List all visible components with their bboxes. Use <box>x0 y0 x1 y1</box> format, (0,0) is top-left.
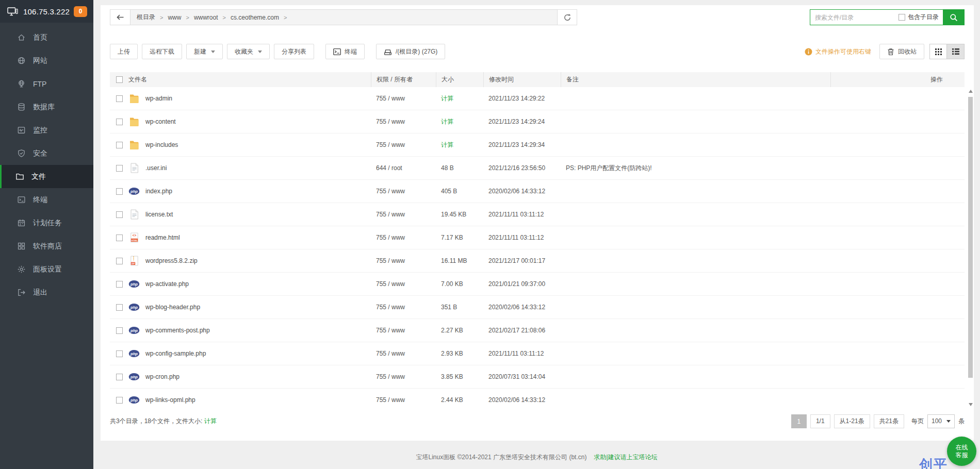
column-header-size[interactable]: 大小 <box>436 72 483 87</box>
file-name[interactable]: wp-activate.php <box>145 280 189 288</box>
file-name[interactable]: .user.ini <box>145 164 167 172</box>
breadcrumb-item[interactable]: wwwroot <box>194 14 218 21</box>
sidebar-item-退出[interactable]: 退出 <box>0 281 93 304</box>
remote-download-button[interactable]: 远程下载 <box>142 44 182 59</box>
file-name[interactable]: wp-links-opml.php <box>145 396 195 404</box>
search-input[interactable] <box>810 14 899 21</box>
search-button[interactable] <box>943 9 965 25</box>
row-checkbox[interactable] <box>116 374 123 380</box>
file-size-calc-link[interactable]: 计算 <box>436 118 483 126</box>
breadcrumb-item[interactable]: www <box>168 14 181 21</box>
breadcrumb-item[interactable]: cs.ceotheme.com <box>231 14 279 21</box>
scroll-up-arrow[interactable] <box>969 90 973 93</box>
sidebar-item-安全[interactable]: 安全 <box>0 142 93 165</box>
row-checkbox[interactable] <box>116 234 123 241</box>
row-checkbox[interactable] <box>116 350 123 357</box>
row-checkbox[interactable] <box>116 95 123 102</box>
table-row[interactable]: .user.ini 644 / root 48 B 2021/12/16 23:… <box>110 157 965 180</box>
sidebar-item-软件商店[interactable]: 软件商店 <box>0 234 93 258</box>
row-checkbox[interactable] <box>116 281 123 288</box>
row-checkbox[interactable] <box>116 211 123 218</box>
chevron-down-icon <box>211 51 215 53</box>
scroll-down-arrow[interactable] <box>969 403 973 406</box>
select-all-checkbox[interactable] <box>116 76 123 83</box>
list-view-button[interactable] <box>947 44 965 59</box>
upload-button[interactable]: 上传 <box>110 44 138 59</box>
message-badge[interactable]: 0 <box>74 6 87 17</box>
table-row[interactable]: php wp-links-opml.php 755 / www 2.44 KB … <box>110 389 965 407</box>
sidebar-item-网站[interactable]: 网站 <box>0 49 93 72</box>
refresh-button[interactable] <box>558 9 577 25</box>
row-checkbox[interactable] <box>116 119 123 125</box>
file-name[interactable]: license.txt <box>145 211 173 218</box>
forum-link[interactable]: 求助|建议请上宝塔论坛 <box>594 454 657 461</box>
sidebar-item-终端[interactable]: 终端 <box>0 188 93 211</box>
sidebar-item-首页[interactable]: 首页 <box>0 26 93 49</box>
table-row[interactable]: <>HTML readme.html 755 / www 7.17 KB 202… <box>110 226 965 249</box>
table-row[interactable]: ZIP wordpress5.8.2.zip 755 / www 16.11 M… <box>110 249 965 273</box>
row-checkbox[interactable] <box>116 327 123 334</box>
file-name[interactable]: wp-config-sample.php <box>145 350 206 357</box>
page-current[interactable]: 1 <box>791 414 807 428</box>
column-header-name[interactable]: 文件名 <box>128 75 371 84</box>
scrollbar-thumb[interactable] <box>968 97 973 378</box>
file-name[interactable]: wp-blog-header.php <box>145 304 200 311</box>
file-name[interactable]: wordpress5.8.2.zip <box>145 257 198 264</box>
column-header-perm[interactable]: 权限 / 所有者 <box>371 72 436 87</box>
online-support-button[interactable]: 在线 客服 <box>947 437 976 466</box>
page-count[interactable]: 1/1 <box>810 414 830 428</box>
table-row[interactable]: php wp-config-sample.php 755 / www 2.93 … <box>110 342 965 365</box>
file-name[interactable]: wp-cron.php <box>145 373 179 380</box>
file-name[interactable]: wp-includes <box>145 141 178 148</box>
file-size-calc-link[interactable]: 计算 <box>436 141 483 149</box>
file-manager-card: 根目录>www>wwwroot>cs.ceotheme.com> 包含子目录 上… <box>101 5 974 441</box>
row-checkbox[interactable] <box>116 304 123 311</box>
sidebar-item-计划任务[interactable]: 计划任务 <box>0 211 93 234</box>
file-name[interactable]: wp-content <box>145 118 176 125</box>
page-total[interactable]: 共21条 <box>874 414 904 428</box>
refresh-icon <box>563 13 571 22</box>
table-row[interactable]: wp-includes 755 / www 计算 2021/11/23 14:2… <box>110 133 965 157</box>
share-list-button[interactable]: 分享列表 <box>274 44 314 59</box>
table-row[interactable]: wp-content 755 / www 计算 2021/11/23 14:29… <box>110 110 965 133</box>
new-dropdown-button[interactable]: 新建 <box>186 44 223 59</box>
row-checkbox[interactable] <box>116 397 123 404</box>
breadcrumb-item[interactable]: 根目录 <box>137 13 155 22</box>
table-row[interactable]: license.txt 755 / www 19.45 KB 2021/11/1… <box>110 203 965 226</box>
row-checkbox[interactable] <box>116 142 123 148</box>
page-range[interactable]: 从1-21条 <box>834 414 870 428</box>
terminal-button[interactable]: 终端 <box>325 44 365 59</box>
folder-file-icon <box>128 93 140 104</box>
per-page-select[interactable]: 100 <box>927 414 955 428</box>
table-row[interactable]: php wp-cron.php 755 / www 3.85 KB 2020/0… <box>110 365 965 389</box>
sidebar-item-监控[interactable]: 监控 <box>0 119 93 142</box>
table-scrollbar[interactable] <box>968 88 974 408</box>
file-name[interactable]: index.php <box>145 188 172 195</box>
summary-calc-link[interactable]: 计算 <box>204 417 217 425</box>
table-header: 文件名 权限 / 所有者 大小 修改时间 备注 操作 <box>110 72 965 87</box>
file-name[interactable]: readme.html <box>145 234 180 241</box>
back-button[interactable] <box>110 9 130 25</box>
sidebar-item-FTP[interactable]: FTP <box>0 72 93 95</box>
favorites-dropdown-button[interactable]: 收藏夹 <box>227 44 270 59</box>
table-row[interactable]: php wp-activate.php 755 / www 7.00 KB 20… <box>110 273 965 296</box>
file-name[interactable]: wp-admin <box>145 95 172 102</box>
recycle-bin-button[interactable]: 回收站 <box>879 44 924 59</box>
grid-view-button[interactable] <box>929 44 947 59</box>
row-checkbox[interactable] <box>116 165 123 172</box>
sidebar-item-数据库[interactable]: 数据库 <box>0 95 93 119</box>
file-name[interactable]: wp-comments-post.php <box>145 327 210 334</box>
server-header[interactable]: 106.75.3.222 0 <box>0 0 93 23</box>
table-row[interactable]: php wp-comments-post.php 755 / www 2.27 … <box>110 319 965 342</box>
table-row[interactable]: php wp-blog-header.php 755 / www 351 B 2… <box>110 296 965 319</box>
file-size-calc-link[interactable]: 计算 <box>436 94 483 103</box>
table-row[interactable]: php index.php 755 / www 405 B 2020/02/06… <box>110 180 965 203</box>
sidebar-item-文件[interactable]: 文件 <box>0 165 93 188</box>
row-checkbox[interactable] <box>116 258 123 264</box>
row-checkbox[interactable] <box>116 188 123 195</box>
sidebar-item-面板设置[interactable]: 面板设置 <box>0 258 93 281</box>
column-header-mtime[interactable]: 修改时间 <box>483 72 561 87</box>
include-subdir-checkbox[interactable] <box>899 14 905 21</box>
table-row[interactable]: wp-admin 755 / www 计算 2021/11/23 14:29:2… <box>110 87 965 110</box>
disk-root-button[interactable]: /(根目录) (27G) <box>376 44 445 59</box>
